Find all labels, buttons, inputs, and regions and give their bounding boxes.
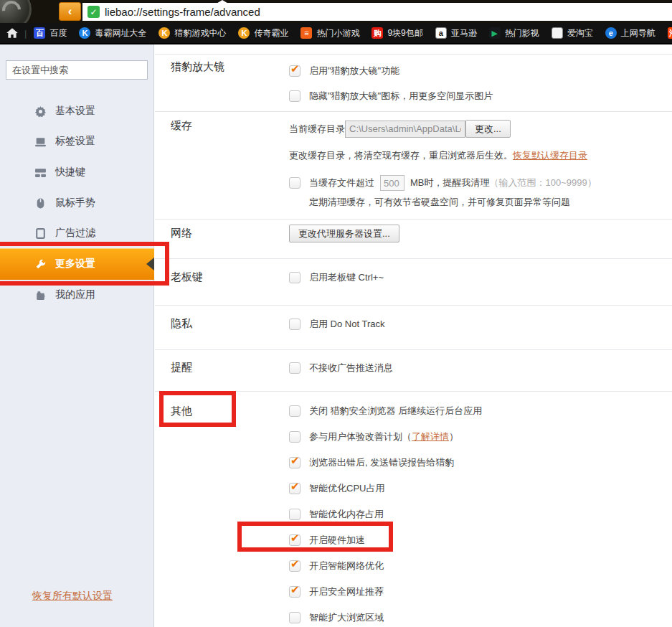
cache-limit-input[interactable] <box>380 175 404 191</box>
section-title: 老板键 <box>171 270 203 284</box>
url-text[interactable]: liebao://settings-frame/advanced <box>105 6 260 18</box>
sidebar-item-ad-filter[interactable]: 广告过滤 <box>0 218 154 248</box>
sidebar-item-label: 广告过滤 <box>55 227 95 240</box>
checkbox-label: 智能扩大浏览区域 <box>309 611 384 624</box>
sidebar-item-label: 鼠标手势 <box>55 197 95 209</box>
checkbox[interactable] <box>289 560 300 572</box>
bookmark-item[interactable]: K毒霸网址大全 <box>79 27 146 39</box>
checkbox-label: 开启智能网络优化 <box>309 560 384 572</box>
cache-dir-input[interactable] <box>345 121 465 138</box>
checkbox-label: 不接收广告推送消息 <box>309 362 393 374</box>
checkbox-row: 隐藏"猎豹放大镜"图标，用更多空间显示图片 <box>289 89 672 103</box>
section-bosskey: 老板键 启用老板键 Ctrl+~ <box>155 258 672 305</box>
checkbox[interactable] <box>289 534 300 546</box>
cache-limit-row: 当缓存文件超过 MB时，提醒我清理 （输入范围：100~9999） <box>289 174 672 192</box>
checkbox-row: 关闭 猎豹安全浏览器 后继续运行后台应用 <box>289 404 672 418</box>
checkbox[interactable] <box>289 431 300 443</box>
liebao-game-icon: K <box>158 27 170 39</box>
checkbox[interactable] <box>289 457 300 468</box>
ad-filter-icon <box>34 227 47 240</box>
cache-dir-label: 当前缓存目录 <box>289 123 345 136</box>
checkbox[interactable] <box>289 177 300 189</box>
bookmark-label: 猎豹游戏中心 <box>174 27 226 39</box>
bookmarks-separator: | <box>24 28 27 39</box>
secure-check-icon: ✓ <box>87 6 100 18</box>
section-title: 提醒 <box>171 361 192 374</box>
sidebar-item-basic[interactable]: 基本设置 <box>0 96 154 126</box>
checkbox-label: 开启硬件加速 <box>309 534 365 547</box>
address-bar[interactable]: ✓ liebao://settings-frame/advanced <box>82 3 672 21</box>
sidebar-item-shortcuts[interactable]: 快捷键 <box>0 157 154 187</box>
bookmark-item[interactable]: 百百度 <box>34 27 67 39</box>
reset-all-defaults-link[interactable]: 恢复所有默认设置 <box>32 590 113 603</box>
change-dir-button[interactable]: 更改... <box>465 120 511 138</box>
sidebar-item-tabs[interactable]: 标签设置 <box>0 126 154 156</box>
section-other: 其他 关闭 猎豹安全浏览器 后继续运行后台应用 参与用户体验改善计划（了解详情）… <box>155 391 672 627</box>
duba-sites-icon: K <box>79 27 90 39</box>
section-cache: 缓存 当前缓存目录 更改... 更改缓存目录，将清空现有缓存，重启浏览器后生效。… <box>155 111 672 219</box>
shopping-icon: 购 <box>372 27 383 39</box>
cache-limit-suffix: MB时，提醒我清理 <box>410 176 490 189</box>
bookmark-item[interactable]: a亚马逊 <box>435 27 477 39</box>
sidebar-item-label: 快捷键 <box>55 166 85 179</box>
wrench-icon <box>34 258 47 270</box>
bookmarks-bar: | 百百度K毒霸网址大全K猎豹游戏中心K传奇霸业≡热门小游戏购9块9包邮a亚马逊… <box>0 23 672 44</box>
browser-titlebar: ‹ ✓ liebao://settings-frame/advanced <box>0 0 672 23</box>
bookmark-item[interactable]: e上网导航 <box>605 27 656 39</box>
sidebar-item-mouse-gestures[interactable]: 鼠标手势 <box>0 188 154 218</box>
checkbox-row-hardware-accel: 开启硬件加速 <box>289 533 672 547</box>
checkbox[interactable] <box>289 586 300 598</box>
sidebar-item-advanced[interactable]: 更多设置 <box>0 248 154 280</box>
bookmark-item[interactable]: 爱淘宝 <box>552 27 593 39</box>
bookmark-item[interactable]: ▶热门影视 <box>489 27 539 39</box>
checkbox[interactable] <box>289 612 300 623</box>
checkbox[interactable] <box>289 65 300 77</box>
home-icon[interactable] <box>6 27 19 39</box>
tmall-icon: 淘 <box>668 27 672 39</box>
checkbox-label: 启用 Do Not Track <box>309 318 384 331</box>
settings-search-input[interactable] <box>6 60 148 80</box>
section-network: 网络 更改代理服务器设置... <box>155 219 672 258</box>
section-title: 网络 <box>171 227 192 240</box>
checkbox[interactable] <box>289 90 300 102</box>
checkbox-label: 智能优化CPU占用 <box>309 482 384 495</box>
sidebar-item-my-apps[interactable]: 我的应用 <box>0 280 154 310</box>
checkbox[interactable] <box>289 272 300 283</box>
bookmark-label: 亚马逊 <box>451 27 477 39</box>
bookmark-item[interactable]: K猎豹游戏中心 <box>158 27 226 39</box>
sidebar-item-label: 我的应用 <box>55 288 95 301</box>
mouse-icon <box>34 197 47 209</box>
checkbox[interactable] <box>289 509 300 520</box>
checkbox[interactable] <box>289 483 300 494</box>
checkbox-label: 隐藏"猎豹放大镜"图标，用更多空间显示图片 <box>309 90 493 103</box>
checkbox-row: 开启智能网络优化 <box>289 559 672 573</box>
checkbox[interactable] <box>289 319 300 330</box>
checkbox[interactable] <box>289 405 300 417</box>
checkbox[interactable] <box>289 362 300 374</box>
back-button[interactable]: ‹ <box>59 2 81 21</box>
bookmark-item[interactable]: ≡热门小游戏 <box>300 27 359 39</box>
restore-cache-dir-link[interactable]: 恢复默认缓存目录 <box>513 150 587 161</box>
bookmark-item[interactable]: 购9块9包邮 <box>372 27 422 39</box>
section-notify: 提醒 不接收广告推送消息 <box>155 349 672 391</box>
checkbox-label: 开启安全网址推荐 <box>309 585 384 598</box>
sidebar-item-label: 更多设置 <box>55 258 95 270</box>
section-title: 其他 <box>171 405 192 418</box>
bookmark-item[interactable]: 淘天猫精选 <box>668 27 672 39</box>
checkbox-row: 不接收广告推送消息 <box>289 361 672 375</box>
bookmark-item[interactable]: K传奇霸业 <box>238 27 288 39</box>
cache-tip: 定期清理缓存，可有效节省硬盘空间，并可修复页面异常等问题 <box>309 196 672 209</box>
nav-icon: e <box>605 27 617 39</box>
checkbox-label: 启用"猎豹放大镜"功能 <box>309 65 399 77</box>
bookmark-label: 热门影视 <box>505 27 539 39</box>
cache-limit-hint: （输入范围：100~9999） <box>490 176 597 189</box>
proxy-settings-button[interactable]: 更改代理服务器设置... <box>289 225 399 242</box>
checkbox-label: 浏览器出错后, 发送错误报告给猎豹 <box>309 456 454 469</box>
baidu-icon: 百 <box>34 27 45 39</box>
sidebar-item-label: 基本设置 <box>55 105 95 118</box>
bookmark-label: 9块9包邮 <box>387 27 422 39</box>
settings-content: 猎豹放大镜 启用"猎豹放大镜"功能 隐藏"猎豹放大镜"图标，用更多空间显示图片 … <box>155 44 672 627</box>
learn-more-link[interactable]: 了解详情 <box>412 430 449 443</box>
amazon-icon: a <box>435 27 447 39</box>
bookmark-label: 百度 <box>49 27 67 39</box>
